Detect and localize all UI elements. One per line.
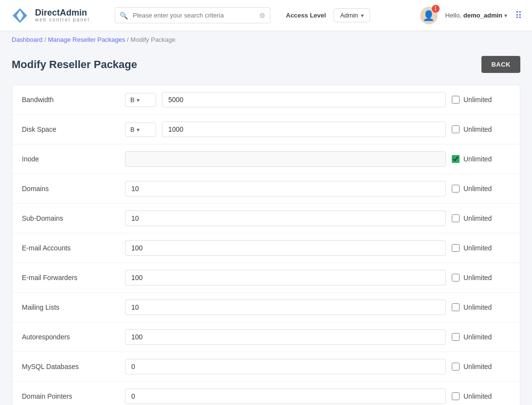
unlimited-checkbox-domain_pointers[interactable] <box>452 392 460 400</box>
unlimited-wrap-disk_space: Unlimited <box>452 125 510 133</box>
breadcrumb-dashboard[interactable]: Dashboard <box>12 36 43 43</box>
unlimited-wrap-email_accounts: Unlimited <box>452 244 510 252</box>
field-input-email_accounts[interactable] <box>125 240 446 256</box>
field-label-disk_space: Disk Space <box>22 125 119 133</box>
form-row: E-mail AccountsUnlimited <box>12 233 520 263</box>
logo-area: DirectAdmin web control panel <box>10 5 107 26</box>
unlimited-label-disk_space: Unlimited <box>463 125 492 133</box>
unlimited-label-mailing_lists: Unlimited <box>463 303 492 311</box>
unlimited-checkbox-domains[interactable] <box>452 185 460 193</box>
page-title: Modify Reseller Package <box>12 58 137 71</box>
form-row: AutorespondersUnlimited <box>12 322 520 352</box>
logo-title: DirectAdmin <box>35 8 89 17</box>
logo-subtitle: web control panel <box>35 17 89 22</box>
field-input-domains[interactable] <box>125 181 446 196</box>
unlimited-wrap-bandwidth: Unlimited <box>452 96 510 104</box>
field-label-sub_domains: Sub-Domains <box>22 214 119 222</box>
form-container: BandwidthBUnlimitedDisk SpaceBUnlimitedI… <box>12 85 520 405</box>
field-input-inode[interactable] <box>125 151 446 167</box>
unlimited-wrap-mysql_databases: Unlimited <box>452 363 510 370</box>
unlimited-checkbox-bandwidth[interactable] <box>452 96 460 104</box>
header-right: 👤 1 Hello, demo_admin ⠿ <box>420 7 522 24</box>
field-label-autoresponders: Autoresponders <box>22 333 119 341</box>
form-row: DomainsUnlimited <box>12 174 520 204</box>
unlimited-wrap-sub_domains: Unlimited <box>452 214 510 222</box>
unlimited-checkbox-sub_domains[interactable] <box>452 214 460 222</box>
notification-badge: 1 <box>432 5 440 13</box>
unlimited-wrap-domain_pointers: Unlimited <box>452 392 510 400</box>
unlimited-label-bandwidth: Unlimited <box>463 96 492 104</box>
unlimited-wrap-domains: Unlimited <box>452 185 510 193</box>
avatar-wrap[interactable]: 👤 1 <box>420 7 438 24</box>
search-icon: 🔍 <box>120 12 128 19</box>
form-row: Disk SpaceBUnlimited <box>12 115 520 144</box>
breadcrumb-current: Modify Package <box>130 36 176 43</box>
field-label-bandwidth: Bandwidth <box>22 96 119 104</box>
field-label-domains: Domains <box>22 185 119 193</box>
admin-dropdown[interactable]: Admin <box>334 8 370 22</box>
logo-text: DirectAdmin web control panel <box>35 8 89 22</box>
field-label-mailing_lists: Mailing Lists <box>22 303 119 311</box>
unlimited-checkbox-disk_space[interactable] <box>452 125 460 133</box>
unlimited-label-email_forwarders: Unlimited <box>463 274 492 282</box>
unit-select-bandwidth[interactable]: B <box>125 93 156 107</box>
grid-icon[interactable]: ⠿ <box>515 10 522 21</box>
form-row: InodeUnlimited <box>12 144 520 174</box>
form-row: BandwidthBUnlimited <box>12 85 520 115</box>
field-input-sub_domains[interactable] <box>125 211 446 226</box>
unlimited-checkbox-mysql_databases[interactable] <box>452 363 460 370</box>
unit-chevron-icon <box>137 126 140 133</box>
user-menu[interactable]: Hello, demo_admin <box>445 12 507 19</box>
unlimited-label-mysql_databases: Unlimited <box>463 363 492 370</box>
unlimited-wrap-email_forwarders: Unlimited <box>452 274 510 282</box>
back-button[interactable]: BACK <box>481 56 520 73</box>
user-chevron-icon <box>504 12 507 19</box>
hello-username: demo_admin <box>463 12 502 19</box>
unlimited-checkbox-email_accounts[interactable] <box>452 244 460 252</box>
unit-select-disk_space[interactable]: B <box>125 123 156 137</box>
field-input-mailing_lists[interactable] <box>125 299 446 315</box>
search-bar: 🔍 ⚙ <box>115 7 270 23</box>
logo-icon <box>10 5 30 26</box>
field-label-domain_pointers: Domain Pointers <box>22 392 119 400</box>
field-label-mysql_databases: MySQL Databases <box>22 363 119 370</box>
unlimited-label-sub_domains: Unlimited <box>463 214 492 222</box>
unlimited-checkbox-mailing_lists[interactable] <box>452 303 460 311</box>
form-row: Mailing ListsUnlimited <box>12 293 520 322</box>
field-label-email_forwarders: E-mail Forwarders <box>22 274 119 282</box>
unlimited-checkbox-email_forwarders[interactable] <box>452 274 460 282</box>
form-row: Domain PointersUnlimited <box>12 382 520 405</box>
access-level-label: Access Level <box>286 12 326 19</box>
unlimited-label-inode: Unlimited <box>463 155 492 163</box>
breadcrumb-manage[interactable]: Manage Reseller Packages <box>48 36 125 43</box>
unit-label: B <box>130 96 135 104</box>
field-label-email_accounts: E-mail Accounts <box>22 244 119 252</box>
field-input-disk_space[interactable] <box>162 122 446 137</box>
field-input-email_forwarders[interactable] <box>125 270 446 285</box>
chevron-down-icon <box>361 12 364 19</box>
unlimited-label-domains: Unlimited <box>463 185 492 193</box>
form-row: MySQL DatabasesUnlimited <box>12 352 520 382</box>
field-input-autoresponders[interactable] <box>125 329 446 345</box>
unit-chevron-icon <box>137 96 140 104</box>
header: DirectAdmin web control panel 🔍 ⚙ Access… <box>0 0 532 31</box>
field-input-bandwidth[interactable] <box>162 92 446 107</box>
field-input-domain_pointers[interactable] <box>125 388 446 404</box>
form-row: Sub-DomainsUnlimited <box>12 204 520 233</box>
gear-icon[interactable]: ⚙ <box>259 12 266 19</box>
main-content: Modify Reseller Package BACK BandwidthBU… <box>0 48 532 405</box>
field-label-inode: Inode <box>22 155 119 163</box>
form-row: E-mail ForwardersUnlimited <box>12 263 520 293</box>
hello-prefix: Hello, <box>445 12 461 19</box>
unlimited-checkbox-inode[interactable] <box>452 155 460 163</box>
unlimited-wrap-inode: Unlimited <box>452 155 510 163</box>
page-header: Modify Reseller Package BACK <box>12 56 520 73</box>
unlimited-checkbox-autoresponders[interactable] <box>452 333 460 341</box>
unlimited-label-email_accounts: Unlimited <box>463 244 492 252</box>
unlimited-wrap-autoresponders: Unlimited <box>452 333 510 341</box>
unlimited-label-domain_pointers: Unlimited <box>463 392 492 400</box>
field-input-mysql_databases[interactable] <box>125 359 446 374</box>
admin-label: Admin <box>340 12 358 19</box>
breadcrumb: Dashboard / Manage Reseller Packages / M… <box>0 31 532 48</box>
search-input[interactable] <box>115 7 270 23</box>
